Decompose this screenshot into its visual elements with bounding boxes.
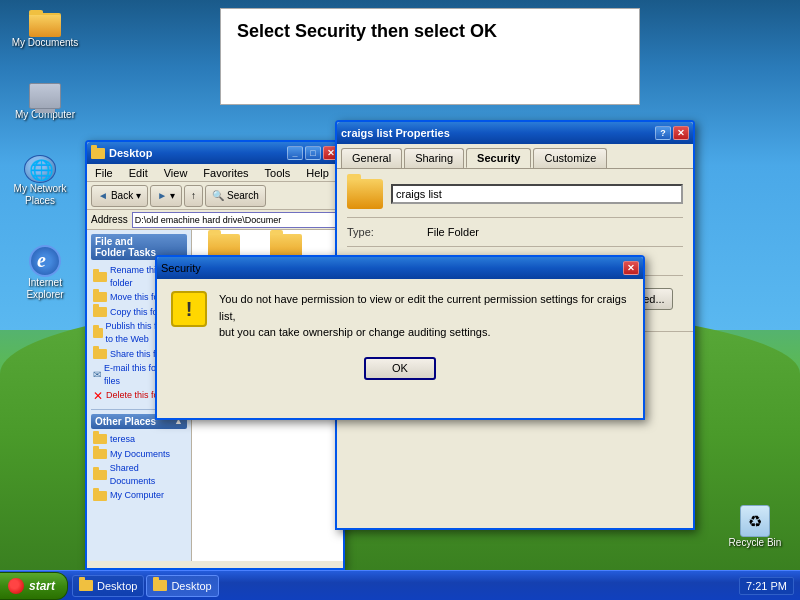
minimize-button[interactable]: _	[287, 146, 303, 160]
properties-tab-bar: General Sharing Security Customize	[337, 144, 693, 168]
security-content: ! You do not have permission to view or …	[157, 279, 643, 353]
menu-view[interactable]: View	[160, 167, 192, 179]
other-teresa-link[interactable]: teresa	[91, 432, 187, 447]
maximize-button[interactable]: □	[305, 146, 321, 160]
rename-icon	[93, 272, 107, 282]
address-input[interactable]	[132, 212, 339, 228]
security-title: Security	[161, 262, 201, 274]
delete-icon: ✕	[93, 390, 103, 402]
recycle-bin-label: Recycle Bin	[729, 537, 782, 549]
explorer-menu-bar: File Edit View Favorites Tools Help	[87, 164, 343, 182]
taskbar-item-desktop-2[interactable]: Desktop	[146, 575, 218, 597]
other-mycomputer-link[interactable]: My Computer	[91, 488, 187, 503]
menu-favorites[interactable]: Favorites	[199, 167, 252, 179]
my-network-label: My Network Places	[5, 183, 75, 207]
folder-info-row	[347, 179, 683, 209]
my-computer-icon	[29, 80, 61, 109]
up-button[interactable]: ↑	[184, 185, 203, 207]
security-ok-button[interactable]: OK	[364, 357, 436, 380]
teresa-folder-icon	[93, 434, 107, 444]
menu-file[interactable]: File	[91, 167, 117, 179]
security-button-row: OK	[157, 353, 643, 384]
copy-icon	[93, 307, 107, 317]
forward-button[interactable]: ► ▾	[150, 185, 182, 207]
menu-help[interactable]: Help	[302, 167, 333, 179]
desktop-icon-internet-explorer[interactable]: Internet Explorer	[10, 245, 80, 301]
tab-sharing[interactable]: Sharing	[404, 148, 464, 168]
desktop-icon-my-documents[interactable]: My Documents	[10, 5, 80, 49]
explorer-toolbar: ◄ Back ▾ ► ▾ ↑ 🔍 Search	[87, 182, 343, 210]
taskbar: start Desktop Desktop 7:21 PM	[0, 570, 800, 600]
warning-icon: !	[171, 291, 207, 327]
back-button[interactable]: ◄ Back ▾	[91, 185, 148, 207]
menu-edit[interactable]: Edit	[125, 167, 152, 179]
taskbar-folder-icon-2	[153, 580, 167, 591]
desktop-icon-recycle-bin[interactable]: ♻ Recycle Bin	[720, 505, 790, 549]
forward-arrow-icon: ►	[157, 190, 167, 201]
desktop-icon-my-computer[interactable]: My Computer	[10, 80, 80, 121]
tab-security[interactable]: Security	[466, 148, 531, 168]
other-shareddocs-link[interactable]: Shared Documents	[91, 461, 187, 488]
search-button[interactable]: 🔍 Search	[205, 185, 266, 207]
other-places-section: Other Places ▲ teresa My Documents Share…	[91, 414, 187, 503]
clock-area: 7:21 PM	[739, 577, 794, 595]
search-icon: 🔍	[212, 190, 224, 201]
ie-label: Internet Explorer	[10, 277, 80, 301]
separator-2	[347, 246, 683, 247]
share-icon	[93, 349, 107, 359]
other-mydocs-link[interactable]: My Documents	[91, 447, 187, 462]
separator-1	[347, 217, 683, 218]
recycle-bin-icon: ♻	[740, 505, 770, 537]
clock-display: 7:21 PM	[746, 580, 787, 592]
shareddocs-folder-icon	[93, 470, 107, 480]
taskbar-right: 7:21 PM	[733, 577, 800, 595]
address-bar: Address	[87, 210, 343, 230]
explorer-titlebar: Desktop _ □ ✕	[87, 142, 343, 164]
properties-titlebar: craigs list Properties ? ✕	[337, 122, 693, 144]
security-message: You do not have permission to view or ed…	[219, 291, 629, 341]
properties-help-button[interactable]: ?	[655, 126, 671, 140]
type-label: Type:	[347, 226, 427, 238]
address-label: Address	[91, 214, 128, 225]
taskbar-items: Desktop Desktop	[68, 575, 733, 597]
security-titlebar: Security ✕	[157, 257, 643, 279]
properties-title: craigs list Properties	[341, 127, 450, 139]
publish-icon	[93, 328, 103, 338]
desktop-icon-my-network[interactable]: My Network Places	[5, 155, 75, 207]
my-documents-icon	[27, 5, 63, 37]
properties-close-button[interactable]: ✕	[673, 126, 689, 140]
taskbar-item-desktop-1[interactable]: Desktop	[72, 575, 144, 597]
tab-customize[interactable]: Customize	[533, 148, 607, 168]
move-icon	[93, 292, 107, 302]
email-icon: ✉	[93, 368, 101, 382]
instruction-text: Select Security then select OK	[237, 21, 497, 41]
mycomputer-icon-small	[93, 491, 107, 501]
up-arrow-icon: ↑	[191, 190, 196, 201]
explorer-window-controls: _ □ ✕	[287, 146, 339, 160]
explorer-title-icon	[91, 148, 105, 159]
ie-icon	[29, 245, 61, 277]
taskbar-folder-icon-1	[79, 580, 93, 591]
type-value: File Folder	[427, 226, 479, 238]
start-label: start	[29, 579, 55, 593]
my-documents-label: My Documents	[12, 37, 79, 49]
instruction-box: Select Security then select OK	[220, 8, 640, 105]
menu-tools[interactable]: Tools	[261, 167, 295, 179]
folder-name-input[interactable]	[391, 184, 683, 204]
security-close-button[interactable]: ✕	[623, 261, 639, 275]
desktop: My Documents My Computer My Network Plac…	[0, 0, 800, 600]
windows-logo-icon	[8, 578, 24, 594]
tab-general[interactable]: General	[341, 148, 402, 168]
folder-icon-large	[347, 179, 383, 209]
security-dialog: Security ✕ ! You do not have permission …	[155, 255, 645, 420]
start-button[interactable]: start	[0, 572, 68, 600]
explorer-title: Desktop	[91, 147, 152, 159]
my-network-icon	[24, 155, 56, 183]
back-arrow-icon: ◄	[98, 190, 108, 201]
type-row: Type: File Folder	[347, 226, 683, 238]
mydocs-folder-icon	[93, 449, 107, 459]
properties-window-controls: ? ✕	[655, 126, 689, 140]
